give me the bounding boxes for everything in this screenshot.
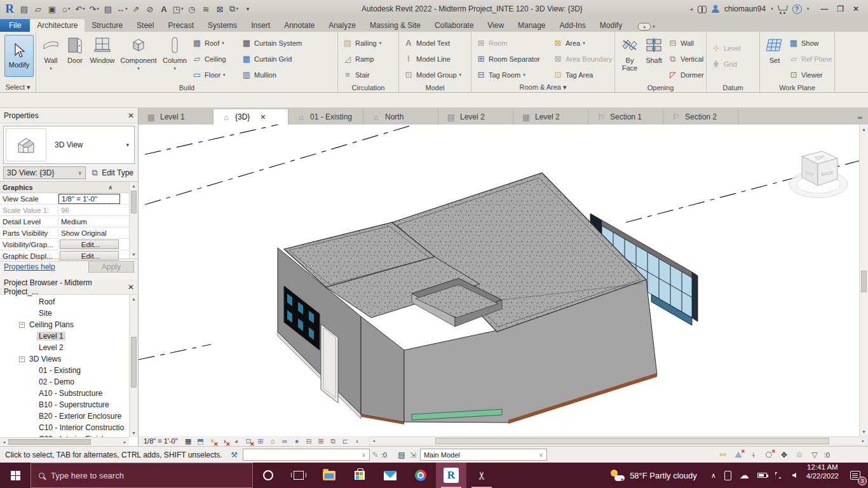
tag-area-button[interactable]: ⊡Tag Area <box>551 67 612 83</box>
wall-button[interactable]: Wall▾ <box>39 34 63 74</box>
tab-analyze[interactable]: Analyze <box>322 19 363 32</box>
taskbar-weather[interactable]: 58°F Partly cloudy <box>603 463 705 488</box>
canvas-h-scrollbar[interactable]: ◂▸ <box>369 437 868 445</box>
search-icon[interactable] <box>698 6 707 12</box>
tab-insert[interactable]: Insert <box>244 19 277 32</box>
type-dropdown-icon[interactable]: ▾ <box>126 142 134 148</box>
dormer-button[interactable]: ◸Dormer <box>666 67 704 83</box>
by-face-button[interactable]: By Face <box>618 34 642 73</box>
workset-filter-icon[interactable]: ✎ <box>370 450 381 460</box>
close-inactive-icon[interactable]: ⊠ <box>214 2 226 16</box>
sun-path-icon[interactable]: ☀✕ <box>207 437 218 446</box>
properties-help-link[interactable]: Properties help <box>4 262 55 271</box>
viewer-button[interactable]: ⊡Viewer <box>787 67 829 83</box>
reveal-constraints-icon[interactable]: ⊏ <box>340 437 351 446</box>
tree-item-ceiling-plans[interactable]: −Ceiling Plans <box>0 319 129 330</box>
print-icon[interactable]: ▤ <box>102 2 114 16</box>
tab-structure[interactable]: Structure <box>85 19 130 32</box>
shadows-icon[interactable]: ◑✕ <box>219 437 230 446</box>
view-tab-overflow-icon[interactable]: ≂ <box>852 114 868 125</box>
room-separator-button[interactable]: ⊞Room Separator <box>474 51 551 67</box>
building-model[interactable] <box>278 173 657 424</box>
locked-3d-view-icon[interactable]: ⌂ <box>268 437 278 446</box>
show-work-plane-button[interactable]: ▦Show <box>787 35 829 51</box>
visual-style-icon[interactable]: ▦ <box>183 437 194 446</box>
your-phone-icon[interactable] <box>724 471 731 480</box>
wifi-icon[interactable] <box>775 472 784 478</box>
tab-add-ins[interactable]: Add-Ins <box>552 19 592 32</box>
type-selector[interactable]: 3D View ▾ <box>3 126 135 164</box>
view-tab-level-2[interactable]: ▦Level 2 <box>513 109 588 125</box>
tree-item-b20[interactable]: B20 - Exterior Enclosure <box>0 410 129 422</box>
restore-icon[interactable]: ❐ <box>837 4 844 13</box>
revit-taskbar-button[interactable]: R <box>436 463 466 488</box>
close-view-tab-icon[interactable]: ✕ <box>260 113 266 121</box>
tree-item-b10[interactable]: B10 - Superstructure <box>0 399 129 410</box>
tab-steel[interactable]: Steel <box>130 19 161 32</box>
design-option-selector[interactable]: Main Model∨ <box>420 449 547 461</box>
tag-room-button[interactable]: ⊟Tag Room▾ <box>474 67 551 83</box>
model-3d-view[interactable]: TOP LEFT BACK <box>139 125 868 436</box>
settings-icon[interactable]: ⚙ <box>794 450 805 460</box>
design-options-icon[interactable]: ⇲ <box>407 450 419 460</box>
apply-button[interactable]: Apply <box>88 261 134 273</box>
onedrive-icon[interactable]: ☁ <box>740 470 749 481</box>
floor-button[interactable]: ▭Floor▾ <box>190 67 240 83</box>
tab-precast[interactable]: Precast <box>161 19 201 32</box>
switch-windows-icon[interactable]: ⧉▾ <box>227 2 240 16</box>
application-menu[interactable]: R <box>3 2 17 16</box>
redo-icon[interactable]: ↷▾ <box>88 2 100 16</box>
tag-icon[interactable]: ⊘ <box>144 2 156 16</box>
tab-architecture[interactable]: Architecture <box>30 19 85 32</box>
selection-filter-icon[interactable]: ▽ <box>809 450 820 460</box>
show-hidden-icons[interactable]: ∧ <box>711 471 716 480</box>
save-icon[interactable]: ▣ <box>46 2 58 16</box>
wall-opening-button[interactable]: ⊟Wall <box>666 35 704 51</box>
area-button[interactable]: ⊠Area▾ <box>551 35 612 51</box>
thin-lines-icon[interactable]: ≋ <box>200 2 212 16</box>
username[interactable]: chiomaun94 <box>724 4 766 13</box>
tab-annotate[interactable]: Annotate <box>277 19 322 32</box>
crop-region-icon[interactable]: ⊞ <box>255 437 266 446</box>
open-icon[interactable]: ▱ <box>32 2 44 16</box>
reveal-hidden-icon[interactable]: ● <box>292 437 302 446</box>
tab-collaborate[interactable]: Collaborate <box>428 19 480 32</box>
measure-icon[interactable]: ↔▾ <box>116 2 128 16</box>
view-tab-north[interactable]: ⌂North <box>363 109 438 125</box>
drag-on-selection-icon[interactable]: ✥ <box>778 450 790 460</box>
user-dropdown-icon[interactable]: ▾ <box>771 6 773 11</box>
edit-type-button[interactable]: ⧉ Edit Type <box>88 168 135 178</box>
detail-level-value[interactable]: Medium <box>58 218 129 226</box>
curtain-system-button[interactable]: ▦Curtain System <box>240 35 311 51</box>
browser-h-scrollbar[interactable]: ◂▸ <box>0 437 129 446</box>
taskbar-search[interactable] <box>31 463 253 488</box>
view-scale-control[interactable]: 1/8" = 1'-0" <box>144 437 178 445</box>
view-tab-section-2[interactable]: ⚐Section 2 <box>663 109 738 125</box>
snipping-tool-button[interactable]: ✂ <box>466 463 497 488</box>
chrome-button[interactable] <box>405 463 436 488</box>
tree-item-3d-views[interactable]: −3D Views <box>0 353 129 365</box>
help-icon[interactable]: ? <box>792 4 802 14</box>
collapse-icon[interactable]: − <box>19 322 25 328</box>
tab-view[interactable]: View <box>480 19 511 32</box>
railing-button[interactable]: ▤Railing▾ <box>341 35 396 51</box>
vertical-opening-button[interactable]: ⧉Vertical <box>666 51 704 67</box>
task-view-button[interactable] <box>283 463 314 488</box>
tab-file[interactable]: File <box>0 19 30 32</box>
tab-modify[interactable]: Modify <box>593 19 629 32</box>
tab-massing-site[interactable]: Massing & Site <box>363 19 428 32</box>
worksets-icon[interactable]: ⚒ <box>229 450 240 460</box>
displacement-sets-icon[interactable]: ⧉ <box>328 437 339 446</box>
graphics-section-header[interactable]: Graphics∧ <box>0 182 129 193</box>
modify-button[interactable]: Modify <box>4 35 34 77</box>
tree-item-c10[interactable]: C10 - Interior Constructio <box>0 422 129 433</box>
view-tab-01-existing[interactable]: ⌂01 - Existing <box>288 109 363 125</box>
column-button[interactable]: Column▾ <box>159 34 190 74</box>
parts-visibility-value[interactable]: Show Original <box>58 229 129 237</box>
tree-item-level-1[interactable]: Level 1 <box>0 330 129 342</box>
tree-item-site[interactable]: Site <box>0 308 129 319</box>
battery-icon[interactable] <box>757 473 767 478</box>
select-links-icon[interactable]: ⚯ <box>717 450 729 460</box>
customize-qat-icon[interactable]: ▼ <box>241 2 254 16</box>
temporary-hide-isolate-icon[interactable]: ∞ <box>280 437 290 446</box>
